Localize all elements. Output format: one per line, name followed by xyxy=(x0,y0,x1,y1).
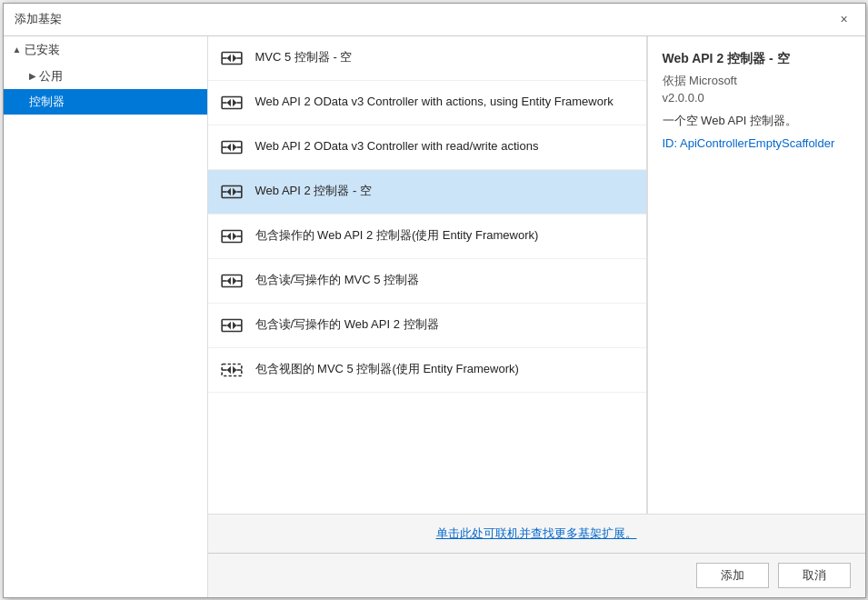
chevron-right-icon: ▶ xyxy=(29,71,36,81)
list-item[interactable]: 包含视图的 MVC 5 控制器(使用 Entity Framework) xyxy=(208,348,646,393)
sidebar-section: ▲ 已安装 ▶ 公用 控制器 xyxy=(4,36,207,115)
sidebar-item-controller[interactable]: 控制器 xyxy=(4,89,207,115)
link-area: 单击此处可联机并查找更多基架扩展。 xyxy=(208,514,865,553)
content-area: ▲ 已安装 ▶ 公用 控制器 xyxy=(4,36,865,597)
list-item-label: 包含视图的 MVC 5 控制器(使用 Entity Framework) xyxy=(255,361,519,377)
button-bar: 添加 取消 xyxy=(208,553,865,597)
list-item-label: 包含读/写操作的 MVC 5 控制器 xyxy=(255,272,420,288)
sidebar-item-common[interactable]: ▶ 公用 xyxy=(4,64,207,89)
list-item-label: 包含读/写操作的 Web API 2 控制器 xyxy=(255,316,439,333)
main-panel: MVC 5 控制器 - 空 Web API 2 OData v3 Control… xyxy=(208,36,865,597)
sidebar-section-installed[interactable]: ▲ 已安装 xyxy=(4,36,207,64)
close-button[interactable]: × xyxy=(834,9,854,29)
detail-description: 一个空 Web API 控制器。 xyxy=(663,112,851,130)
detail-title: Web API 2 控制器 - 空 xyxy=(663,51,851,67)
controller-icon xyxy=(219,90,244,115)
chevron-down-icon: ▲ xyxy=(13,45,22,55)
controller-icon xyxy=(219,135,244,160)
list-item-label: 包含操作的 Web API 2 控制器(使用 Entity Framework) xyxy=(255,227,539,244)
title-bar: 添加基架 × xyxy=(4,4,865,36)
list-item[interactable]: Web API 2 OData v3 Controller with actio… xyxy=(208,81,646,125)
list-item[interactable]: Web API 2 控制器 - 空 xyxy=(208,170,646,215)
list-item-label: Web API 2 OData v3 Controller with actio… xyxy=(255,94,614,110)
sidebar-sub-section-common: ▶ 公用 控制器 xyxy=(4,64,207,115)
controller-icon xyxy=(219,313,244,338)
more-extensions-link[interactable]: 单击此处可联机并查找更多基架扩展。 xyxy=(436,526,637,540)
controller-icon xyxy=(219,268,244,294)
footer-area: 单击此处可联机并查找更多基架扩展。 添加 取消 xyxy=(208,514,865,597)
list-item[interactable]: 包含读/写操作的 Web API 2 控制器 xyxy=(208,304,646,348)
add-scaffold-dialog: 添加基架 × ▲ 已安装 ▶ 公用 控制器 xyxy=(3,3,866,598)
list-item[interactable]: 包含读/写操作的 MVC 5 控制器 xyxy=(208,259,646,304)
sidebar-section-label: 已安装 xyxy=(25,42,60,58)
list-item-label: Web API 2 控制器 - 空 xyxy=(255,183,372,199)
item-list: MVC 5 控制器 - 空 Web API 2 OData v3 Control… xyxy=(208,36,647,514)
dialog-title: 添加基架 xyxy=(15,11,62,27)
list-item[interactable]: MVC 5 控制器 - 空 xyxy=(208,36,646,81)
list-item-label: Web API 2 OData v3 Controller with read/… xyxy=(255,138,539,155)
controller-icon xyxy=(219,45,244,71)
controller-icon xyxy=(219,224,244,249)
controller-icon xyxy=(219,357,244,383)
sidebar: ▲ 已安装 ▶ 公用 控制器 xyxy=(4,36,208,597)
add-button[interactable]: 添加 xyxy=(696,563,769,588)
detail-id: ID: ApiControllerEmptyScaffolder xyxy=(663,136,851,150)
list-item[interactable]: Web API 2 OData v3 Controller with read/… xyxy=(208,125,646,170)
list-item-label: MVC 5 控制器 - 空 xyxy=(255,49,353,65)
controller-icon xyxy=(219,179,244,205)
list-and-detail: MVC 5 控制器 - 空 Web API 2 OData v3 Control… xyxy=(208,36,865,514)
detail-by-label: 依据 Microsoft xyxy=(663,73,851,89)
list-item[interactable]: 包含操作的 Web API 2 控制器(使用 Entity Framework) xyxy=(208,215,646,259)
cancel-button[interactable]: 取消 xyxy=(778,563,851,588)
detail-version: v2.0.0.0 xyxy=(663,91,851,105)
detail-panel: Web API 2 控制器 - 空 依据 Microsoft v2.0.0.0 … xyxy=(647,36,865,514)
